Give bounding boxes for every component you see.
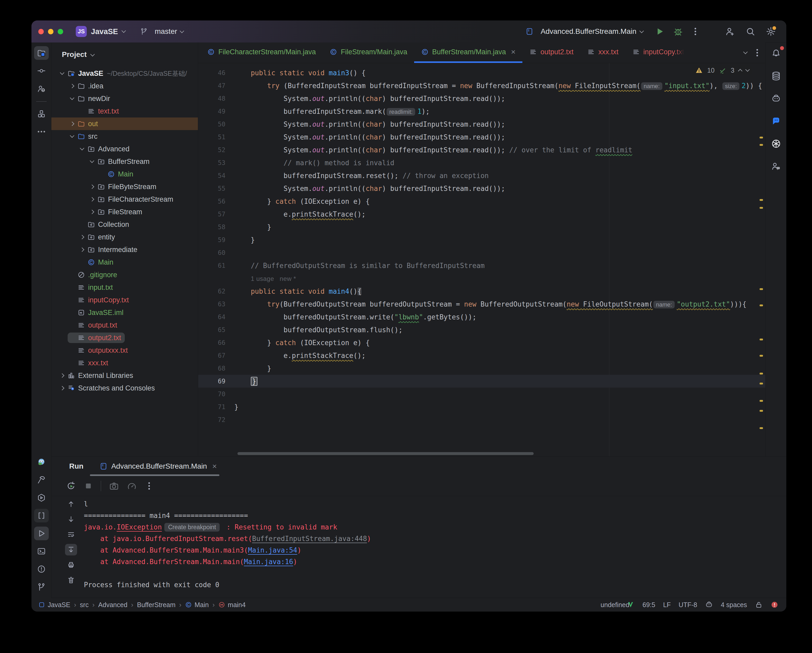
console-down-button[interactable] <box>65 514 77 525</box>
create-breakpoint-chip[interactable]: Create breakpoint <box>164 523 220 532</box>
editor-scrollbar[interactable] <box>759 63 764 456</box>
contributors-tool-button[interactable] <box>34 82 49 95</box>
search-everywhere-button[interactable] <box>745 26 756 37</box>
tree-chevron-down-icon[interactable] <box>90 159 95 163</box>
breadcrumb-item-main4[interactable]: main4 <box>218 601 246 609</box>
status-utf-8[interactable]: UTF-8 <box>679 601 697 609</box>
tree-item-xxx-txt[interactable]: xxx.txt <box>51 357 198 369</box>
console-scrollend-button[interactable] <box>65 544 77 555</box>
status-69-5[interactable]: 69:5 <box>643 601 655 609</box>
more-actions-button[interactable] <box>694 31 696 32</box>
tree-item-filebytestream[interactable]: FileByteStream <box>51 180 198 193</box>
project-view-chevron-icon[interactable] <box>90 52 95 57</box>
tree-item-bufferstream[interactable]: BufferStream <box>51 155 198 168</box>
editor-tab-bufferstream-main-java[interactable]: BufferStream/Main.java× <box>414 43 522 63</box>
notifications-tool-button[interactable] <box>769 47 783 60</box>
minimize-window-button[interactable] <box>48 29 53 34</box>
project-panel-title[interactable]: Project <box>62 50 87 59</box>
tree-item-input-txt[interactable]: input.txt <box>51 281 198 294</box>
thread-dump-button[interactable] <box>109 481 119 491</box>
console-trash-button[interactable] <box>65 574 77 586</box>
vcs-tool-button[interactable] <box>34 580 49 594</box>
tree-item-intermediate[interactable]: Intermediate <box>51 243 198 256</box>
tree-item-collection[interactable]: Collection <box>51 218 198 231</box>
tree-chevron-right-icon[interactable] <box>70 84 75 89</box>
run-panel-title[interactable]: Run <box>69 462 83 471</box>
code-inlay-hint[interactable]: 1 usage new * <box>198 272 765 285</box>
structure-tool-button[interactable] <box>34 107 49 121</box>
tree-item--idea[interactable]: .idea <box>51 80 198 92</box>
tree-item-entity[interactable]: entity <box>51 231 198 243</box>
inspections-widget[interactable]: 10 3 <box>693 65 752 75</box>
tree-item-out[interactable]: out <box>51 118 198 130</box>
code-line-49[interactable]: 49 bufferedInputStream.mark(readlimit:1)… <box>198 105 765 118</box>
project-name[interactable]: JavaSE <box>91 27 118 36</box>
project-tool-button[interactable] <box>34 46 49 60</box>
breadcrumb-item-javase[interactable]: JavaSE <box>38 601 70 609</box>
person-chat-tool-button[interactable] <box>769 159 783 173</box>
tree-chevron-right-icon[interactable] <box>60 386 64 390</box>
breadcrumb-item-main[interactable]: Main <box>185 601 209 609</box>
breadcrumb-item-bufferstream[interactable]: BufferStream <box>137 601 176 609</box>
editor-tab-xxx-txt[interactable]: xxx.txt <box>580 43 625 63</box>
code-line-50[interactable]: 50 System.out.println((char) bufferedInp… <box>198 118 765 131</box>
horizontal-scrollbar[interactable] <box>238 452 534 455</box>
tab-options-button[interactable] <box>756 52 758 54</box>
tree-item-filecharacterstream[interactable]: FileCharacterStream <box>51 193 198 206</box>
tree-chevron-right-icon[interactable] <box>60 373 64 378</box>
tree-item-output-txt[interactable]: output.txt <box>51 319 198 332</box>
gpt-tool-button[interactable] <box>769 137 783 150</box>
tree-chevron-down-icon[interactable] <box>70 96 75 100</box>
code-line-69[interactable]: 69 } <box>198 375 765 388</box>
lock-icon[interactable] <box>755 601 763 609</box>
code-with-me-button[interactable] <box>725 26 735 37</box>
chat-tool-button[interactable] <box>769 114 783 128</box>
editor-tab-filecharacterstream-main-java[interactable]: FileCharacterStream/Main.java <box>200 43 323 63</box>
robot2-icon[interactable] <box>705 601 713 609</box>
status-lf[interactable]: LF <box>663 601 671 609</box>
editor-tab-filestream-main-java[interactable]: FileStream/Main.java <box>323 43 414 63</box>
tree-chevron-down-icon[interactable] <box>80 146 84 150</box>
settings-button[interactable] <box>766 26 776 37</box>
breadcrumb-item-src[interactable]: src <box>80 601 89 609</box>
tree-item-filestream[interactable]: FileStream <box>51 206 198 218</box>
console-text[interactable]: Main.java:54 <box>248 546 297 554</box>
commit-tool-button[interactable] <box>34 64 49 78</box>
stop-button[interactable] <box>84 482 93 490</box>
status-4-spaces[interactable]: 4 spaces <box>721 601 747 609</box>
tree-item-outputxxx-txt[interactable]: outputxxx.txt <box>51 344 198 357</box>
tree-item-inputcopy-txt[interactable]: inputCopy.txt <box>51 294 198 306</box>
run-configuration-selector[interactable]: Advanced.BufferStream.Main <box>525 27 643 36</box>
code-line-70[interactable]: 70 <box>198 388 765 401</box>
code-line-53[interactable]: 53 // mark() method is invalid <box>198 156 765 169</box>
brackets-tool-button[interactable] <box>34 509 49 522</box>
tree-item-main[interactable]: Main <box>51 168 198 180</box>
code-line-65[interactable]: 65 bufferedOutputStream.flush(); <box>198 323 765 336</box>
project-menu-chevron-icon[interactable] <box>122 29 126 33</box>
code-line-68[interactable]: 68 } <box>198 362 765 375</box>
tree-item-src[interactable]: src <box>51 130 198 143</box>
profiler-button[interactable] <box>127 481 137 491</box>
problems-tool-button[interactable] <box>34 562 49 576</box>
breadcrumb-item-advanced[interactable]: Advanced <box>98 601 127 609</box>
tree-item--gitignore[interactable]: .gitignore <box>51 269 198 281</box>
tree-item-javase-iml[interactable]: JavaSE.iml <box>51 306 198 319</box>
tree-item-main[interactable]: Main <box>51 256 198 269</box>
tree-chevron-right-icon[interactable] <box>80 235 84 239</box>
rerun-button[interactable] <box>66 481 76 491</box>
code-line-47[interactable]: 47 try (BufferedInputStream bufferedInpu… <box>198 79 765 92</box>
code-line-59[interactable]: 59 } <box>198 233 765 246</box>
code-line-60[interactable]: 60 <box>198 246 765 259</box>
code-line-57[interactable]: 57 e.printStackTrace(); <box>198 208 765 220</box>
knot-icon[interactable]: undefined <box>611 601 619 609</box>
services-tool-button[interactable] <box>34 491 49 505</box>
tree-chevron-right-icon[interactable] <box>90 210 95 214</box>
code-line-71[interactable]: 71} <box>198 401 765 413</box>
build-tool-button[interactable] <box>34 473 49 487</box>
tree-chevron-right-icon[interactable] <box>90 185 95 189</box>
run-tab-close-icon[interactable]: × <box>212 462 217 471</box>
code-line-52[interactable]: 52 System.out.println((char) bufferedInp… <box>198 144 765 156</box>
console-up-button[interactable] <box>65 498 77 510</box>
editor-tab-output2-txt[interactable]: output2.txt <box>522 43 580 63</box>
code-line-72[interactable]: 72 <box>198 413 765 426</box>
